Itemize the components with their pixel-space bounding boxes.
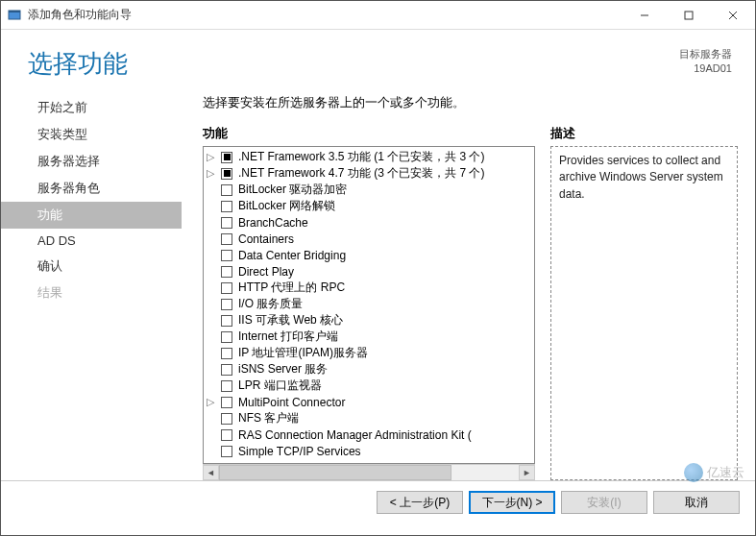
feature-row[interactable]: Data Center Bridging: [204, 247, 534, 263]
feature-label: IP 地址管理(IPAM)服务器: [236, 345, 368, 361]
feature-label: RAS Connection Manager Administration Ki…: [236, 428, 472, 442]
next-button[interactable]: 下一步(N) >: [469, 491, 555, 514]
feature-label: I/O 服务质量: [236, 296, 303, 312]
nav-item-0[interactable]: 开始之前: [1, 94, 182, 121]
feature-label: Internet 打印客户端: [236, 329, 338, 345]
feature-label: IIS 可承载 Web 核心: [236, 312, 343, 329]
feature-row[interactable]: IP 地址管理(IPAM)服务器: [204, 345, 534, 361]
feature-row[interactable]: ▷.NET Framework 4.7 功能 (3 个已安装，共 7 个): [204, 165, 534, 182]
scroll-right-button[interactable]: ►: [519, 465, 535, 480]
cancel-button[interactable]: 取消: [653, 491, 740, 514]
feature-row[interactable]: ▷.NET Framework 3.5 功能 (1 个已安装，共 3 个): [204, 149, 534, 165]
prompt-text: 选择要安装在所选服务器上的一个或多个功能。: [203, 94, 738, 111]
feature-checkbox[interactable]: [221, 282, 232, 294]
feature-row[interactable]: IIS 可承载 Web 核心: [204, 312, 534, 329]
feature-label: Direct Play: [236, 265, 294, 279]
feature-row[interactable]: BitLocker 驱动器加密: [204, 182, 534, 198]
maximize-button[interactable]: [667, 1, 711, 29]
horizontal-scrollbar[interactable]: ◄ ►: [203, 464, 535, 480]
feature-checkbox[interactable]: [221, 397, 232, 408]
nav-item-4[interactable]: 功能: [1, 202, 182, 229]
feature-checkbox[interactable]: [221, 201, 232, 212]
feature-label: iSNS Server 服务: [236, 361, 328, 378]
feature-row[interactable]: RAS Connection Manager Administration Ki…: [204, 426, 534, 443]
description-panel: Provides services to collect and archive…: [550, 146, 738, 480]
expand-icon[interactable]: ▷: [204, 396, 217, 408]
titlebar: 添加角色和功能向导: [1, 1, 755, 30]
feature-row[interactable]: Internet 打印客户端: [204, 329, 534, 345]
feature-label: .NET Framework 3.5 功能 (1 个已安装，共 3 个): [236, 149, 484, 165]
feature-checkbox[interactable]: [221, 413, 232, 425]
feature-checkbox[interactable]: [221, 152, 232, 163]
feature-label: NFS 客户端: [236, 410, 299, 426]
expand-icon[interactable]: ▷: [204, 151, 217, 163]
nav-item-3[interactable]: 服务器角色: [1, 175, 182, 202]
page-title: 选择功能: [28, 47, 679, 81]
feature-row[interactable]: BitLocker 网络解锁: [204, 198, 534, 214]
nav-item-7: 结果: [1, 280, 182, 306]
expand-icon[interactable]: ▷: [204, 167, 217, 180]
feature-checkbox[interactable]: [221, 217, 232, 229]
feature-label: HTTP 代理上的 RPC: [236, 280, 345, 296]
feature-row[interactable]: BranchCache: [204, 214, 534, 231]
feature-row[interactable]: I/O 服务质量: [204, 296, 534, 312]
feature-label: BitLocker 驱动器加密: [236, 182, 347, 198]
feature-label: Simple TCP/IP Services: [236, 445, 361, 458]
feature-checkbox[interactable]: [221, 331, 232, 343]
feature-tree[interactable]: ▷.NET Framework 3.5 功能 (1 个已安装，共 3 个)▷.N…: [203, 146, 535, 464]
feature-checkbox[interactable]: [221, 315, 232, 327]
feature-checkbox[interactable]: [221, 233, 232, 245]
feature-label: BranchCache: [236, 216, 308, 230]
feature-label: MultiPoint Connector: [236, 396, 345, 409]
feature-row[interactable]: ▷MultiPoint Connector: [204, 394, 534, 410]
feature-checkbox[interactable]: [221, 299, 232, 310]
feature-row[interactable]: Direct Play: [204, 263, 534, 280]
app-icon: [7, 8, 22, 23]
feature-row[interactable]: Containers: [204, 231, 534, 247]
feature-checkbox[interactable]: [221, 250, 232, 261]
feature-checkbox[interactable]: [221, 429, 232, 441]
svg-rect-1: [9, 11, 20, 12]
feature-row[interactable]: LPR 端口监视器: [204, 378, 534, 394]
feature-row[interactable]: Simple TCP/IP Services: [204, 443, 534, 459]
feature-label: .NET Framework 4.7 功能 (3 个已安装，共 7 个): [236, 165, 484, 182]
feature-row[interactable]: iSNS Server 服务: [204, 361, 534, 378]
window-title: 添加角色和功能向导: [28, 7, 132, 23]
feature-label: Data Center Bridging: [236, 249, 346, 262]
nav-item-6[interactable]: 确认: [1, 253, 182, 280]
target-server-name: 19AD01: [679, 61, 732, 76]
description-column-label: 描述: [550, 125, 738, 142]
feature-checkbox[interactable]: [221, 184, 232, 196]
nav-item-1[interactable]: 安装类型: [1, 121, 182, 148]
header: 选择功能 目标服务器 19AD01: [1, 30, 755, 86]
close-button[interactable]: [711, 1, 755, 29]
footer: < 上一步(P) 下一步(N) > 安装(I) 取消: [1, 480, 755, 524]
nav-item-2[interactable]: 服务器选择: [1, 148, 182, 175]
feature-checkbox[interactable]: [221, 364, 232, 376]
feature-checkbox[interactable]: [221, 348, 232, 359]
install-button: 安装(I): [561, 491, 647, 514]
feature-checkbox[interactable]: [221, 380, 232, 392]
feature-label: Containers: [236, 232, 294, 246]
feature-row[interactable]: HTTP 代理上的 RPC: [204, 280, 534, 296]
feature-row[interactable]: NFS 客户端: [204, 410, 534, 426]
nav-item-5[interactable]: AD DS: [1, 229, 182, 253]
feature-label: BitLocker 网络解锁: [236, 198, 335, 214]
target-server-info: 目标服务器 19AD01: [679, 47, 732, 77]
svg-rect-3: [685, 12, 693, 19]
sidebar: 开始之前安装类型服务器选择服务器角色功能AD DS确认结果: [1, 86, 182, 480]
scroll-left-button[interactable]: ◄: [203, 465, 219, 480]
scroll-thumb[interactable]: [219, 465, 451, 480]
feature-checkbox[interactable]: [221, 446, 232, 457]
target-label: 目标服务器: [679, 47, 732, 61]
feature-label: LPR 端口监视器: [236, 378, 322, 394]
minimize-button[interactable]: [622, 1, 667, 29]
feature-checkbox[interactable]: [221, 168, 232, 180]
features-column-label: 功能: [203, 125, 535, 142]
previous-button[interactable]: < 上一步(P): [377, 491, 463, 514]
feature-checkbox[interactable]: [221, 266, 232, 278]
